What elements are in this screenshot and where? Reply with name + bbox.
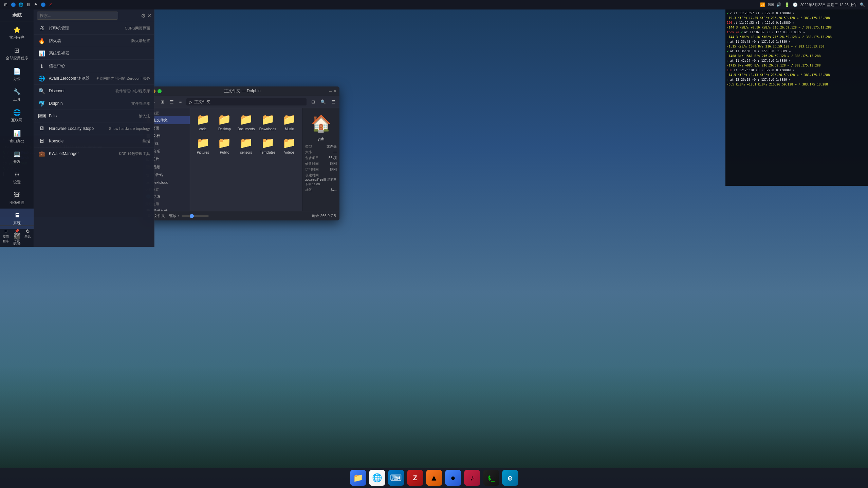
menu-item-firewall-name: 防火墙 xyxy=(49,38,131,44)
menu-item-kwallet[interactable]: 💼 KWalletManager KDE 钱包管理工具 xyxy=(34,148,154,160)
bottom-places-btn[interactable]: 📌 常用位置 xyxy=(12,228,22,245)
dock-edge-icon[interactable]: e xyxy=(502,470,518,486)
folder-sensors-icon: 📁 xyxy=(239,136,253,149)
view-compact-button[interactable]: ☰ xyxy=(168,98,176,105)
menu-item-avahi[interactable]: 🌐 Avahi Zeroconf 浏览器 浏览网络内可用的 Zeroconf 服… xyxy=(34,72,154,85)
bottom-places-label: 常用位置 xyxy=(14,235,20,243)
dock-app4-icon[interactable]: ▲ xyxy=(426,470,442,486)
flag-icon[interactable]: ⚑ xyxy=(33,2,39,8)
view-icons-button[interactable]: ⊞ xyxy=(159,98,166,105)
keyboard-icon[interactable]: ⌨ xyxy=(768,2,774,8)
menu-item-konsole[interactable]: 🖥 Konsole 终端 xyxy=(34,135,154,148)
split-view-button[interactable]: ⊟ xyxy=(309,98,317,105)
sidebar-item-image[interactable]: 🖼 图像处理 xyxy=(0,188,34,209)
view-details-button[interactable]: ≡ xyxy=(177,98,184,105)
menu-item-dolphin-desc: 文件管理器 xyxy=(131,101,150,106)
htop-line-8: ✓ at 11:36:58 ↑0 ↓ 127.0.0.1:8889 » xyxy=(727,49,867,54)
network-icon[interactable]: 📶 xyxy=(759,2,765,8)
htop-line-7: -1.15 KiB/s 1000 B/s 216.26.59.128 ≈ / 3… xyxy=(727,44,867,49)
menu-item-firewall[interactable]: 🔥 防火墙 防火墙配置 xyxy=(34,35,154,47)
folder-videos-icon: 📁 xyxy=(282,136,296,149)
logo-icon[interactable]: 🔵 xyxy=(40,2,46,8)
search-settings-icon[interactable]: ⚙ xyxy=(141,13,146,19)
zoom-control[interactable]: 缩放： xyxy=(169,213,308,218)
sidebar-item-settings[interactable]: ⚙ 设置 xyxy=(0,168,34,188)
clock-icon[interactable]: 🕐 xyxy=(792,2,798,8)
menu-item-sysmon[interactable]: 📊 系统监视器 xyxy=(34,47,154,60)
file-desktop[interactable]: 📁 Desktop xyxy=(215,111,235,133)
menu-item-discover-desc: 软件管理中心/程序库 xyxy=(115,89,150,94)
menu-item-dolphin[interactable]: 🐬 Dolphin 文件管理器 xyxy=(34,97,154,110)
preview-created-key: 创建时间 xyxy=(305,173,337,178)
menu-item-discover[interactable]: 🔍 Discover 软件管理中心/程序库 xyxy=(34,85,154,97)
zoom-slider[interactable] xyxy=(182,215,209,217)
sidebar-item-all[interactable]: ⊞ 全部应用程序 xyxy=(0,43,34,64)
htop-line-1: -19.3 KiB/s +7.35 KiB/s 216.26.59.128 ≈ … xyxy=(727,16,867,20)
htop-line-9: -1488 B/s +561 B/s 216.26.59.128 ≈ / 383… xyxy=(727,54,867,58)
dock-files-icon[interactable]: 📁 xyxy=(350,470,366,486)
menu-button[interactable]: ☰ xyxy=(329,98,337,105)
preview-items-row: 包含项目 55 项 xyxy=(305,156,337,160)
file-pictures[interactable]: 📁 Pictures xyxy=(193,134,213,156)
file-public[interactable]: 📁 Public xyxy=(215,134,235,156)
sidebar-item-tools[interactable]: 🔧 工具 xyxy=(0,85,34,105)
dock-netease-label: ♪ xyxy=(470,473,474,483)
preview-size-row: 大小 — xyxy=(305,150,337,155)
dolphin-icon: 🐬 xyxy=(38,100,45,107)
file-downloads[interactable]: 📁 Downloads xyxy=(258,111,278,133)
htop-line-14: ✓ at 12:26:18 ↑0 ↓ 127.0.0.1:8889 » xyxy=(727,77,867,82)
dock-app5-icon[interactable]: ● xyxy=(445,470,461,486)
task-manager-icon[interactable]: 🔵 xyxy=(10,2,16,8)
bottom-apps-btn[interactable]: ⊞ 应用程序 xyxy=(1,228,11,245)
menu-item-fcitx[interactable]: ⌨ Fcitx 输入法 xyxy=(34,110,154,122)
maximize-button[interactable] xyxy=(158,89,162,93)
dock-vscode-icon[interactable]: ⌨ xyxy=(388,470,404,486)
preview-name: yuh xyxy=(305,137,337,141)
preview-items-key: 包含项目 xyxy=(305,156,319,160)
file-videos-name: Videos xyxy=(284,151,294,154)
shutdown-btn[interactable]: ⏻ 关机 xyxy=(23,228,32,245)
dock-zotero-icon[interactable]: Z xyxy=(407,470,423,486)
sidebar-item-office[interactable]: 📄 办公 xyxy=(0,64,34,85)
dolphin-minimize-icon[interactable]: ─ xyxy=(329,89,332,94)
bottom-apps-label: 应用程序 xyxy=(3,235,10,243)
menu-search-area: ⚙ ✕ xyxy=(34,9,154,22)
battery-icon[interactable]: 🔋 xyxy=(784,2,790,8)
globe-icon[interactable]: 🌐 xyxy=(18,2,24,8)
search-close-icon[interactable]: ✕ xyxy=(147,13,151,19)
menu-item-printer[interactable]: 🖨 打印机管理 CUPS网页界面 xyxy=(34,22,154,35)
dolphin-breadcrumb[interactable]: ▷ 主文件夹 xyxy=(186,98,307,105)
sidebar-item-jinshan[interactable]: 📊 金山办公 xyxy=(0,126,34,147)
internet-icon: 🌐 xyxy=(13,109,21,116)
menu-item-fcitx-desc: 输入法 xyxy=(139,114,150,119)
folder-code-icon: 📁 xyxy=(196,113,210,126)
dolphin-close-icon[interactable]: ✕ xyxy=(333,89,337,94)
dock-terminal-icon[interactable]: $_ xyxy=(483,470,499,486)
preview-type-val: 文件夹 xyxy=(327,144,337,149)
menu-item-infocenter[interactable]: ℹ 信息中心 xyxy=(34,60,154,72)
file-sensors[interactable]: 📁 sensors xyxy=(236,134,256,156)
audio-icon[interactable]: 🔊 xyxy=(776,2,782,8)
app-launcher-icon[interactable]: ⊞ xyxy=(3,2,9,8)
file-code[interactable]: 📁 code xyxy=(193,111,213,133)
zotero-tray-icon[interactable]: Z xyxy=(48,2,54,8)
dock-app4-label: ▲ xyxy=(430,473,438,483)
monitor-icon[interactable]: 🖥 xyxy=(25,2,31,8)
files-grid: 📁 code 📁 Desktop 📁 Documents 📁 Downloads xyxy=(193,111,299,156)
dock-netease-icon[interactable]: ♪ xyxy=(464,470,480,486)
menu-search-input[interactable] xyxy=(37,12,118,20)
sidebar-item-internet[interactable]: 🌐 互联网 xyxy=(0,105,34,126)
filter-button[interactable]: 🔍 xyxy=(318,98,328,105)
preview-created-row: 创建时间 2022年3月16日 星期三 下午 11:08 xyxy=(305,173,337,187)
sidebar-item-develop[interactable]: 💻 开发 xyxy=(0,147,34,168)
menu-item-hwlocality[interactable]: 🖥 Hardware Locality Istopo Show hardware… xyxy=(34,122,154,135)
sidebar-item-common[interactable]: ⭐ 常用程序 xyxy=(0,23,34,43)
search-tray-icon[interactable]: 🔍 xyxy=(859,2,865,8)
file-templates[interactable]: 📁 Templates xyxy=(258,134,278,156)
file-documents[interactable]: 📁 Documents xyxy=(236,111,256,133)
dock-chrome-icon[interactable]: 🌐 xyxy=(369,470,385,486)
file-videos[interactable]: 📁 Videos xyxy=(279,134,299,156)
file-music[interactable]: 📁 Music xyxy=(279,111,299,133)
sidebar-all-label: 全部应用程序 xyxy=(6,56,28,61)
file-pictures-name: Pictures xyxy=(197,151,209,154)
